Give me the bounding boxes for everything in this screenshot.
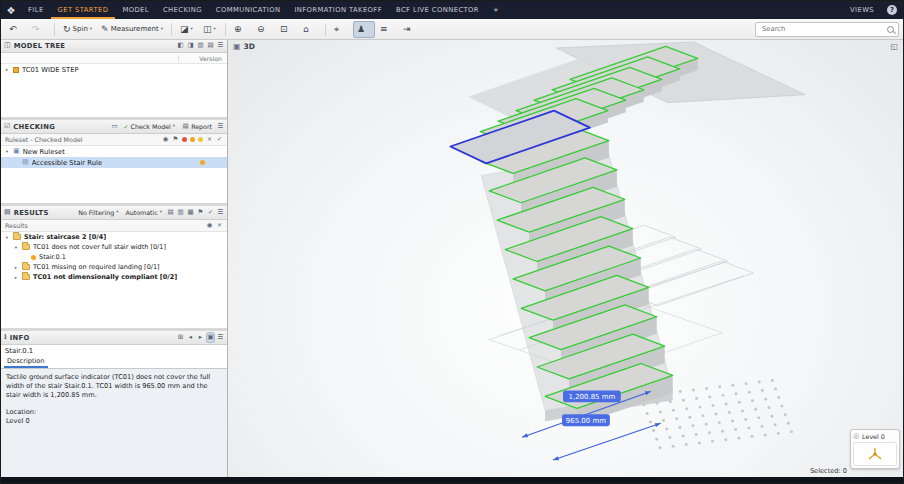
- pan-button[interactable]: ⌖: [330, 21, 352, 38]
- tactile-dot: [672, 445, 675, 448]
- menu-item-communication[interactable]: COMMUNICATION: [209, 1, 288, 19]
- tactile-dot: [682, 434, 685, 437]
- statusbar: [1, 477, 903, 483]
- level-widget[interactable]: ◎ Level 0: [850, 429, 900, 469]
- expand-caret-icon[interactable]: ▸: [13, 275, 19, 280]
- accept-icon[interactable]: ✓: [207, 208, 214, 217]
- tree-row-label: New Ruleset: [23, 148, 65, 156]
- search-box[interactable]: [755, 22, 899, 37]
- auto-mode-dropdown[interactable]: Automatic ▾: [123, 209, 164, 216]
- selection-status: Selected: 0: [810, 467, 847, 475]
- search-input[interactable]: [760, 24, 884, 34]
- panel-menu-icon[interactable]: ☰: [217, 41, 224, 50]
- menu-item-file[interactable]: FILE: [21, 1, 51, 19]
- version-column-header[interactable]: Version: [1, 53, 227, 64]
- detach-view-icon[interactable]: ◱: [890, 42, 898, 51]
- sort-tree-icon[interactable]: ▤: [167, 208, 174, 217]
- ruleset-path-label: Ruleset - Checked Model: [5, 136, 83, 143]
- severity-red-icon[interactable]: [182, 137, 187, 142]
- orientation-cube[interactable]: [853, 442, 897, 466]
- menu-item-add[interactable]: +: [486, 1, 506, 19]
- spin-button[interactable]: ↻Spin▾: [59, 21, 96, 38]
- views-menu[interactable]: VIEWS: [843, 6, 881, 14]
- undo-button[interactable]: ↶: [5, 21, 27, 38]
- redo-button[interactable]: ↷: [28, 21, 50, 38]
- toolbar-divider: [225, 23, 226, 36]
- filter-label: No Filtering: [78, 209, 114, 216]
- menu-item-checking[interactable]: CHECKING: [156, 1, 209, 19]
- menu-item-bcf-live-connector[interactable]: BCF LIVE CONNECTOR: [389, 1, 486, 19]
- menu-item-model[interactable]: MODEL: [115, 1, 156, 19]
- help-icon[interactable]: ?: [887, 5, 897, 15]
- tactile-dot: [698, 406, 701, 409]
- flag-icon[interactable]: ⚑: [197, 208, 204, 217]
- layers-button[interactable]: ≡: [376, 21, 398, 38]
- close-icon[interactable]: ×: [216, 221, 223, 230]
- model-tree-empty-area: [1, 75, 227, 117]
- app-logo-icon[interactable]: ❖: [1, 1, 21, 19]
- severity-yellow-icon[interactable]: [198, 137, 203, 142]
- results-issue-row[interactable]: Stair.0.1: [1, 252, 227, 262]
- tree-row-label: Stair.0.1: [39, 253, 66, 261]
- expand-caret-icon[interactable]: ▾: [4, 235, 10, 240]
- auto-mode-label: Automatic: [125, 209, 157, 216]
- highlight-icon[interactable]: ◧: [177, 41, 184, 50]
- check-model-button[interactable]: ✓ Check Model ▾: [121, 123, 177, 131]
- model-tree-header: ◫ MODEL TREE ◧◨▥▤☰: [1, 39, 227, 53]
- expand-caret-icon[interactable]: ▾: [13, 245, 19, 250]
- layout-icon[interactable]: ▣: [207, 333, 214, 342]
- expand-caret-icon[interactable]: ▾: [4, 149, 10, 154]
- open-ruleset-icon[interactable]: ▭: [111, 122, 118, 131]
- expand-caret-icon[interactable]: ▸: [13, 265, 19, 270]
- check-model-label: Check Model: [131, 123, 171, 130]
- link-icon[interactable]: ◉: [162, 135, 169, 144]
- prev-icon[interactable]: ◂: [187, 333, 194, 342]
- hide-icon[interactable]: ◨: [187, 41, 194, 50]
- severity-orange-icon[interactable]: [190, 137, 195, 142]
- link-icon[interactable]: ◉: [206, 221, 213, 230]
- tree-row-label: Stair: staircase 2 [0/4]: [24, 233, 106, 241]
- transparent-icon[interactable]: ▥: [197, 41, 204, 50]
- menu-item-information-takeoff[interactable]: INFORMATION TAKEOFF: [287, 1, 389, 19]
- walk-mode-button[interactable]: ♟: [353, 21, 375, 38]
- tactile-dot: [735, 392, 738, 395]
- rule-row[interactable]: ▤Accessible Stair Rule: [1, 157, 227, 168]
- sort-list-icon[interactable]: ▥: [177, 208, 184, 217]
- results-category-row[interactable]: ▸TC01 not dimensionally compliant [0/2]: [1, 272, 227, 282]
- zoom-out-button[interactable]: ⊖: [253, 21, 275, 38]
- results-category-row[interactable]: ▸TC01 missing on required landing [0/1]: [1, 262, 227, 272]
- results-empty-area: [1, 282, 227, 328]
- expand-caret-icon[interactable]: ▸: [4, 67, 10, 72]
- accept-icon[interactable]: ✓: [216, 135, 223, 144]
- panel-menu-icon[interactable]: ☰: [217, 122, 224, 131]
- ruleset-row[interactable]: ▾▣New Ruleset: [1, 146, 227, 157]
- options-icon[interactable]: ▤: [207, 41, 214, 50]
- panel-menu-icon[interactable]: ☰: [217, 208, 224, 217]
- model-tree-item[interactable]: ▸ TC01 WIDE STEP: [1, 64, 227, 75]
- zoom-window-button[interactable]: ⊡: [276, 21, 298, 38]
- next-icon[interactable]: ▸: [197, 333, 204, 342]
- zoom-fit-button[interactable]: ⌂: [299, 21, 321, 38]
- zoom-in-button[interactable]: ⊕: [230, 21, 252, 38]
- results-category-row[interactable]: ▾TC01 does not cover full stair width [0…: [1, 242, 227, 252]
- panel-menu-icon[interactable]: ☰: [217, 333, 224, 342]
- tactile-dot: [737, 437, 740, 440]
- tactile-dot: [738, 401, 741, 404]
- report-button[interactable]: ▤ Report: [180, 122, 214, 131]
- menu-item-get-started[interactable]: GET STARTED: [51, 1, 116, 19]
- filter-dropdown[interactable]: No Filtering ▾: [76, 209, 120, 216]
- reject-icon[interactable]: ×: [206, 135, 213, 144]
- 3d-cube-icon: ▣: [233, 42, 241, 51]
- tab-description[interactable]: Description: [4, 357, 48, 368]
- hide-component-button[interactable]: ◪▾: [176, 21, 198, 38]
- pin-icon[interactable]: ⊞: [177, 333, 184, 342]
- results-group-row[interactable]: ▾Stair: staircase 2 [0/4]: [1, 232, 227, 242]
- transparency-button[interactable]: ◫▾: [199, 21, 221, 38]
- tactile-dot: [665, 428, 668, 431]
- sort-grid-icon[interactable]: ▦: [187, 208, 194, 217]
- measurement-button[interactable]: ✎Measurement▾: [97, 21, 167, 38]
- isolate-button[interactable]: ⇥: [399, 21, 421, 38]
- stair-model-view[interactable]: 1,200.85 mm965.00 mm: [228, 39, 903, 477]
- viewport-3d[interactable]: 1,200.85 mm965.00 mm ▣ 3D ◱ ◎ Level 0 Se…: [228, 39, 903, 477]
- flag-icon[interactable]: ⚑: [172, 135, 179, 144]
